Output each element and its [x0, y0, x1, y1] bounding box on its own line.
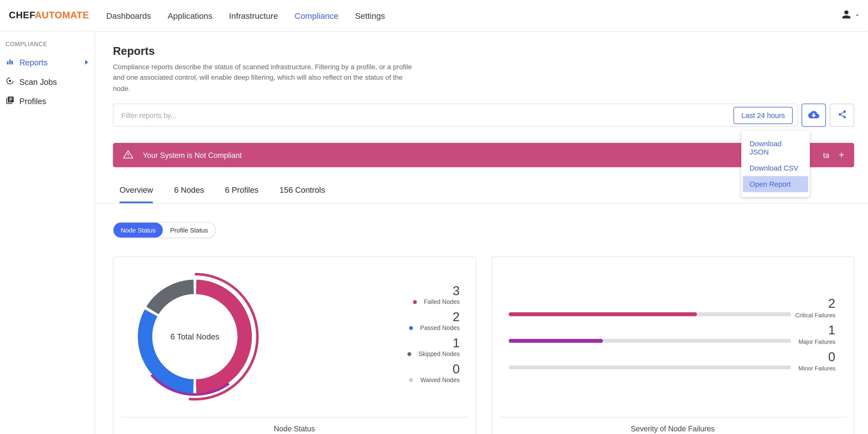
filter-reports-input[interactable] — [114, 111, 734, 119]
card-divider — [121, 417, 468, 417]
nav-applications[interactable]: Applications — [167, 11, 212, 20]
minor-bar-track — [508, 366, 791, 369]
node-status-donut-chart[interactable]: 6 Total Nodes — [128, 270, 261, 403]
passed-dot-icon — [409, 326, 413, 330]
main-content: Reports Compliance reports describe the … — [95, 32, 868, 434]
banner-message: Your System is Not Compliant — [143, 151, 242, 159]
chef-automate-logo[interactable]: CHEFAUTOMATE — [9, 10, 89, 21]
profile-status-pill[interactable]: Profile Status — [163, 223, 215, 238]
overview-cards: 6 Total Nodes 3 Failed Nodes 2 — [95, 256, 868, 434]
skipped-count: 1 — [453, 336, 460, 350]
node-status-card: 6 Total Nodes 3 Failed Nodes 2 — [113, 256, 476, 434]
waived-count: 0 — [453, 362, 460, 376]
share-icon — [837, 110, 847, 121]
sidebar-item-label: Reports — [20, 58, 48, 66]
download-dropdown-menu: Download JSON Download CSV Open Report — [741, 131, 810, 197]
donut-legend: 3 Failed Nodes 2 Passed Nodes — [407, 284, 460, 388]
banner-clipped-text: ta — [823, 151, 829, 159]
minor-item: 0 Minor Failures — [795, 350, 835, 376]
bar-chart-icon — [6, 57, 14, 67]
severity-card: 2 Critical Failures 1 Major Failures 0 M… — [491, 256, 854, 434]
time-range-button[interactable]: Last 24 hours — [734, 107, 793, 124]
severity-caption: Severity of Node Failures — [492, 425, 854, 433]
failed-count: 3 — [453, 284, 460, 298]
legend-row-failed: 3 Failed Nodes — [413, 284, 460, 305]
waived-label: Waived Nodes — [421, 376, 460, 383]
minor-count: 0 — [795, 350, 835, 363]
legend-row-waived: 0 Waived Nodes — [409, 362, 460, 383]
critical-item: 2 Critical Failures — [795, 297, 835, 323]
failed-label: Failed Nodes — [424, 299, 460, 305]
sidebar-item-label: Scan Jobs — [20, 77, 57, 86]
node-status-caption: Node Status — [114, 425, 475, 433]
major-label: Major Failures — [795, 339, 835, 345]
chevron-down-icon — [854, 10, 860, 21]
tab-overview[interactable]: Overview — [120, 186, 153, 204]
share-button[interactable] — [830, 103, 854, 127]
menu-item-download-csv[interactable]: Download CSV — [743, 160, 808, 176]
chevron-right-icon — [84, 58, 89, 66]
sidebar-item-profiles[interactable]: Profiles — [0, 91, 95, 111]
top-nav-links: Dashboards Applications Infrastructure C… — [106, 11, 385, 20]
failed-dot-icon — [413, 300, 416, 304]
menu-item-open-report[interactable]: Open Report — [743, 176, 808, 192]
brand-automate: AUTOMATE — [35, 10, 89, 21]
warning-triangle-icon — [123, 149, 133, 161]
critical-count: 2 — [795, 297, 835, 310]
severity-values: 2 Critical Failures 1 Major Failures 0 M… — [795, 297, 835, 376]
passed-label: Passed Nodes — [420, 324, 460, 331]
cloud-download-icon — [808, 109, 819, 122]
nav-dashboards[interactable]: Dashboards — [106, 11, 151, 20]
sidebar-item-scan-jobs[interactable]: Scan Jobs — [0, 72, 95, 91]
status-toggle: Node Status Profile Status — [113, 222, 216, 238]
major-count: 1 — [795, 323, 835, 337]
menu-item-download-json[interactable]: Download JSON — [743, 136, 808, 160]
compliance-sidebar: COMPLIANCE Reports Scan Jobs — [0, 32, 95, 434]
node-status-pill[interactable]: Node Status — [114, 223, 163, 238]
major-bar-track — [508, 339, 791, 343]
skipped-label: Skipped Nodes — [418, 351, 460, 357]
legend-row-passed: 2 Passed Nodes — [409, 309, 460, 331]
page-description: Compliance reports describe the status o… — [113, 62, 416, 94]
major-bar-fill — [508, 339, 602, 343]
top-navbar: CHEFAUTOMATE Dashboards Applications Inf… — [0, 0, 868, 32]
critical-label: Critical Failures — [795, 312, 835, 318]
major-item: 1 Major Failures — [795, 323, 835, 350]
user-menu[interactable] — [840, 8, 860, 23]
nav-infrastructure[interactable]: Infrastructure — [229, 11, 278, 20]
nav-compliance[interactable]: Compliance — [294, 11, 338, 20]
waived-dot-icon — [409, 378, 413, 382]
critical-bar-fill — [508, 312, 697, 316]
sidebar-heading: COMPLIANCE — [0, 40, 95, 47]
tab-controls[interactable]: 156 Controls — [279, 186, 325, 204]
person-icon — [840, 8, 852, 23]
skipped-dot-icon — [407, 352, 411, 356]
passed-count: 2 — [453, 309, 460, 324]
chef-automate-app: CHEFAUTOMATE Dashboards Applications Inf… — [0, 0, 868, 434]
tab-nodes[interactable]: 6 Nodes — [174, 186, 204, 204]
nav-settings[interactable]: Settings — [355, 11, 385, 20]
library-icon — [6, 96, 14, 106]
filter-row: Last 24 hours — [95, 103, 868, 127]
card-divider — [499, 417, 846, 417]
minor-label: Minor Failures — [795, 365, 835, 372]
radar-icon — [6, 76, 14, 87]
severity-bar-chart — [508, 312, 791, 392]
page-title: Reports — [113, 45, 855, 58]
banner-right-controls: ta + — [823, 150, 844, 161]
download-report-button[interactable] — [802, 103, 826, 127]
plus-icon[interactable]: + — [839, 150, 844, 161]
legend-row-skipped: 1 Skipped Nodes — [407, 336, 460, 357]
filter-input-wrap[interactable]: Last 24 hours — [113, 103, 798, 127]
donut-center-label: 6 Total Nodes — [170, 332, 219, 341]
tab-profiles[interactable]: 6 Profiles — [225, 186, 258, 204]
sidebar-item-reports[interactable]: Reports — [0, 53, 95, 72]
brand-chef: CHEF — [9, 10, 35, 21]
sidebar-item-label: Profiles — [20, 97, 46, 105]
critical-bar-track — [508, 312, 791, 316]
